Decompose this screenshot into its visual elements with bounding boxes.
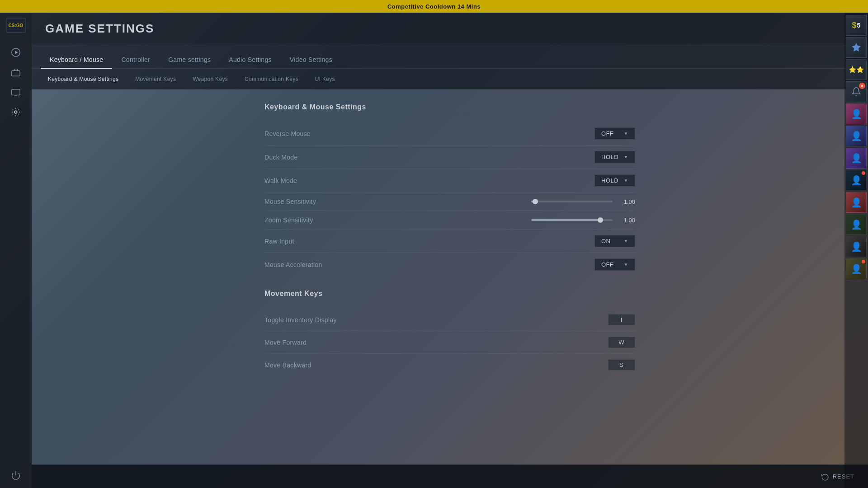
tab-video-settings[interactable]: Video Settings xyxy=(281,52,341,69)
zoom-sensitivity-fill xyxy=(531,219,600,221)
mouse-sensitivity-value: 1.00 xyxy=(619,198,635,205)
mouse-sensitivity-label: Mouse Sensitivity xyxy=(264,198,531,205)
reverse-mouse-control: OFF ▼ xyxy=(594,127,635,140)
tab-audio-settings[interactable]: Audio Settings xyxy=(220,52,280,69)
sub-tab-bar: Keyboard & Mouse Settings Movement Keys … xyxy=(32,69,868,89)
reset-icon xyxy=(821,473,829,481)
bottom-bar: RESET xyxy=(32,465,868,488)
setting-row-toggle-inventory: Toggle Inventory Display I xyxy=(264,309,635,331)
avatar-6[interactable]: 👤 xyxy=(846,214,867,235)
move-forward-control: W xyxy=(608,337,635,348)
setting-row-mouse-sensitivity: Mouse Sensitivity 1.00 xyxy=(264,192,635,211)
move-forward-label: Move Forward xyxy=(264,339,608,346)
avatar-2[interactable]: 👤 xyxy=(846,126,867,146)
mouse-sensitivity-control: 1.00 xyxy=(531,198,635,205)
mouse-sensitivity-track[interactable] xyxy=(531,201,613,202)
avatar-4[interactable]: 👤 xyxy=(846,170,867,191)
cooldown-text: Competitive Cooldown 14 Mins xyxy=(387,3,481,10)
trophy-badge[interactable]: ⭐⭐ xyxy=(846,59,867,80)
move-backward-keybind[interactable]: S xyxy=(608,359,635,371)
toggle-inventory-label: Toggle Inventory Display xyxy=(264,316,608,324)
toggle-inventory-keybind[interactable]: I xyxy=(608,314,635,325)
move-backward-control: S xyxy=(608,359,635,371)
reverse-mouse-label: Reverse Mouse xyxy=(264,130,594,137)
subtab-keyboard-mouse-settings[interactable]: Keyboard & Mouse Settings xyxy=(41,73,126,85)
tab-keyboard-mouse[interactable]: Keyboard / Mouse xyxy=(41,52,112,69)
zoom-sensitivity-track[interactable] xyxy=(531,219,613,221)
subtab-movement-keys[interactable]: Movement Keys xyxy=(128,73,183,85)
reverse-mouse-arrow: ▼ xyxy=(624,131,628,136)
subtab-weapon-keys[interactable]: Weapon Keys xyxy=(185,73,235,85)
svg-point-8 xyxy=(14,111,17,113)
avatar-5[interactable]: 👤 xyxy=(846,192,867,213)
raw-input-arrow: ▼ xyxy=(624,239,628,244)
setting-row-raw-input: Raw Input ON ▼ xyxy=(264,230,635,253)
raw-input-control: ON ▼ xyxy=(594,235,635,247)
play-icon[interactable] xyxy=(8,44,24,61)
tab-game-settings[interactable]: Game settings xyxy=(159,52,220,69)
zoom-sensitivity-thumb[interactable] xyxy=(598,217,603,223)
walk-mode-value: HOLD xyxy=(601,177,618,184)
settings-icon[interactable] xyxy=(8,104,24,120)
main-area: GAME SETTINGS Keyboard / Mouse Controlle… xyxy=(32,13,868,488)
toggle-inventory-control: I xyxy=(608,314,635,325)
setting-row-duck-mode: Duck Mode HOLD ▼ xyxy=(264,145,635,169)
notification-badge[interactable]: 8 xyxy=(846,81,867,102)
raw-input-value: ON xyxy=(601,238,611,244)
subtab-ui-keys[interactable]: UI Keys xyxy=(308,73,342,85)
left-sidebar: CS:GO xyxy=(0,13,32,488)
section-title-movement-keys: Movement Keys xyxy=(264,290,635,298)
setting-row-zoom-sensitivity: Zoom Sensitivity 1.00 xyxy=(264,211,635,230)
svg-rect-5 xyxy=(12,89,20,95)
reverse-mouse-value: OFF xyxy=(601,130,614,137)
csgo-logo[interactable]: CS:GO xyxy=(5,17,26,35)
section-title-keyboard-mouse: Keyboard & Mouse Settings xyxy=(264,103,635,111)
raw-input-dropdown[interactable]: ON ▼ xyxy=(594,235,635,247)
mouse-sensitivity-thumb[interactable] xyxy=(533,199,538,204)
mouse-acceleration-dropdown[interactable]: OFF ▼ xyxy=(594,258,635,271)
move-backward-label: Move Backward xyxy=(264,361,608,369)
content-area: Keyboard & Mouse Settings Reverse Mouse … xyxy=(32,89,868,465)
header: GAME SETTINGS xyxy=(32,13,868,45)
mouse-acceleration-value: OFF xyxy=(601,261,614,268)
move-forward-keybind[interactable]: W xyxy=(608,337,635,348)
top-banner: Competitive Cooldown 14 Mins xyxy=(0,0,868,13)
zoom-sensitivity-control: 1.00 xyxy=(531,217,635,224)
mouse-acceleration-label: Mouse Acceleration xyxy=(264,261,594,268)
setting-row-reverse-mouse: Reverse Mouse OFF ▼ xyxy=(264,122,635,145)
duck-mode-value: HOLD xyxy=(601,154,618,160)
duck-mode-dropdown[interactable]: HOLD ▼ xyxy=(594,151,635,163)
tab-controller[interactable]: Controller xyxy=(112,52,159,69)
avatar-8[interactable]: 👤 xyxy=(846,258,867,279)
page-title: GAME SETTINGS xyxy=(45,22,154,36)
duck-mode-arrow: ▼ xyxy=(624,155,628,160)
walk-mode-dropdown[interactable]: HOLD ▼ xyxy=(594,174,635,187)
rank-coin-badge[interactable]: $ 5 xyxy=(846,15,867,36)
avatar-3[interactable]: 👤 xyxy=(846,148,867,169)
mouse-acceleration-control: OFF ▼ xyxy=(594,258,635,271)
avatar-7[interactable]: 👤 xyxy=(846,236,867,257)
watch-icon[interactable] xyxy=(8,84,24,100)
setting-row-move-backward: Move Backward S xyxy=(264,354,635,376)
duck-mode-label: Duck Mode xyxy=(264,154,594,161)
zoom-sensitivity-value: 1.00 xyxy=(619,217,635,224)
reverse-mouse-dropdown[interactable]: OFF ▼ xyxy=(594,127,635,140)
setting-row-move-forward: Move Forward W xyxy=(264,331,635,354)
tab-bar: Keyboard / Mouse Controller Game setting… xyxy=(32,45,868,69)
subtab-communication-keys[interactable]: Communication Keys xyxy=(237,73,306,85)
duck-mode-control: HOLD ▼ xyxy=(594,151,635,163)
svg-marker-3 xyxy=(15,51,18,54)
keyboard-mouse-section: Keyboard & Mouse Settings Reverse Mouse … xyxy=(246,103,653,276)
walk-mode-label: Walk Mode xyxy=(264,177,594,184)
zoom-sensitivity-label: Zoom Sensitivity xyxy=(264,216,531,224)
inventory-icon[interactable] xyxy=(8,64,24,80)
mouse-acceleration-arrow: ▼ xyxy=(624,262,628,267)
right-sidebar: $ 5 ⭐⭐ 8 👤 👤 👤 👤 👤 👤 👤 👤 xyxy=(844,13,868,488)
svg-rect-4 xyxy=(12,70,20,76)
walk-mode-control: HOLD ▼ xyxy=(594,174,635,187)
setting-row-mouse-acceleration: Mouse Acceleration OFF ▼ xyxy=(264,253,635,276)
rank-star-badge[interactable] xyxy=(846,37,867,58)
svg-text:CS:GO: CS:GO xyxy=(9,23,24,28)
avatar-1[interactable]: 👤 xyxy=(846,103,867,124)
power-icon[interactable] xyxy=(8,467,24,483)
